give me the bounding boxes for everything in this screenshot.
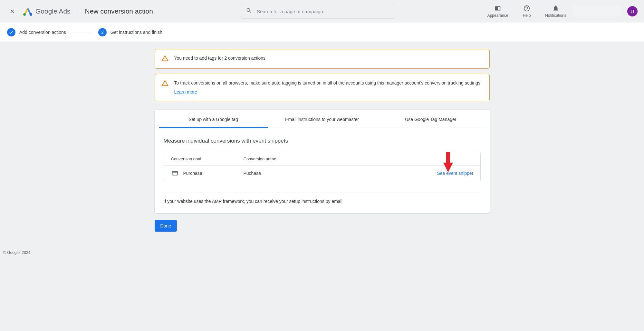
alert-tags-needed: You need to add tags for 2 conversion ac…	[155, 49, 490, 69]
step-2[interactable]: 2 Get instructions and finish	[98, 28, 162, 36]
appearance-icon	[494, 5, 501, 12]
cell-goal: Purchase	[171, 170, 244, 176]
svg-rect-7	[172, 172, 178, 173]
done-button[interactable]: Done	[155, 220, 177, 232]
section-title: Measure individual conversions with even…	[164, 138, 481, 144]
tab-google-tag-manager[interactable]: Use Google Tag Manager	[376, 110, 485, 128]
svg-point-0	[23, 13, 26, 16]
user-avatar[interactable]: U	[627, 6, 638, 16]
see-event-snippet-link[interactable]: See event snippet	[437, 171, 473, 176]
step-connector	[72, 32, 92, 32]
search-box[interactable]	[241, 4, 395, 19]
app-header: Google Ads New conversion action Appeara…	[0, 0, 644, 23]
help-label: Help	[523, 13, 531, 18]
main-content: You need to add tags for 2 conversion ac…	[155, 49, 490, 245]
search-icon	[246, 7, 252, 15]
col-header-goal: Conversion goal	[171, 156, 244, 161]
stepper-bar: Add conversion actions 2 Get instruction…	[0, 23, 644, 42]
header-divider	[78, 6, 78, 16]
alert-message: To track conversions on all browsers, ma…	[174, 79, 482, 96]
svg-point-1	[30, 13, 32, 16]
search-wrap	[156, 4, 480, 19]
step-1-label: Add conversion actions	[19, 30, 66, 35]
close-button[interactable]	[6, 5, 18, 17]
svg-point-5	[164, 84, 165, 85]
table-header: Conversion goal Conversion name	[164, 152, 480, 166]
cell-action: See event snippet	[418, 171, 473, 176]
conversions-table: Conversion goal Conversion name Purchase…	[164, 152, 481, 181]
step-2-badge: 2	[98, 28, 107, 36]
alert-auto-tagging: To track conversions on all browsers, ma…	[155, 74, 490, 101]
step-1[interactable]: Add conversion actions	[7, 28, 66, 36]
alert-message: You need to add tags for 2 conversion ac…	[174, 55, 266, 62]
notifications-button[interactable]: Notifications	[544, 5, 567, 18]
account-info-redacted	[573, 5, 621, 17]
logo-block: Google Ads	[23, 7, 71, 16]
bell-icon	[552, 5, 559, 12]
purchase-icon	[171, 170, 179, 176]
step-2-label: Get instructions and finish	[111, 30, 162, 35]
amp-note: If your website uses the AMP framework, …	[155, 199, 490, 204]
appearance-button[interactable]: Appearance	[486, 5, 509, 18]
help-icon	[523, 5, 530, 12]
warning-icon	[161, 80, 168, 88]
setup-card: Set up with a Google tag Email instructi…	[155, 110, 490, 213]
tabs: Set up with a Google tag Email instructi…	[159, 110, 485, 128]
header-right: Appearance Help Notifications U	[486, 5, 638, 18]
appearance-label: Appearance	[487, 13, 508, 18]
notifications-label: Notifications	[545, 13, 566, 18]
footer-copyright: © Google, 2024.	[0, 245, 644, 261]
learn-more-link[interactable]: Learn more	[174, 88, 197, 95]
google-ads-logo-icon	[23, 7, 32, 16]
cell-name: Puchase	[244, 171, 418, 176]
tab-email-instructions[interactable]: Email instructions to your webmaster	[268, 110, 376, 128]
page-title: New conversion action	[85, 7, 153, 15]
help-button[interactable]: Help	[515, 5, 538, 18]
tab-google-tag[interactable]: Set up with a Google tag	[159, 110, 268, 128]
warning-icon	[161, 55, 168, 63]
col-header-name: Conversion name	[244, 156, 418, 161]
svg-point-3	[164, 59, 165, 60]
logo-text: Google Ads	[35, 7, 71, 15]
close-icon	[9, 8, 15, 15]
table-row: Purchase Puchase See event snippet	[164, 166, 480, 181]
divider	[164, 192, 481, 192]
step-1-badge-check-icon	[7, 28, 15, 36]
search-input[interactable]	[257, 9, 390, 14]
card-body: Measure individual conversions with even…	[155, 128, 490, 192]
